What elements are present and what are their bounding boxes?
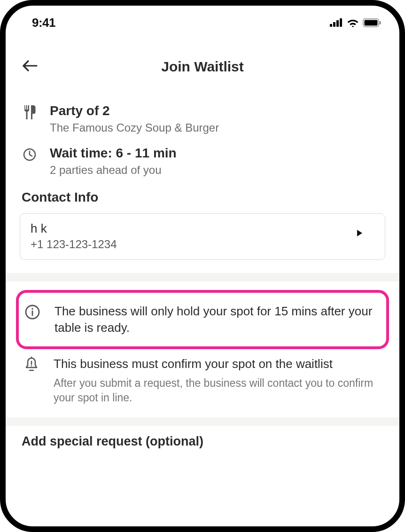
party-size: Party of 2 bbox=[50, 103, 219, 118]
hold-spot-notice: The business will only hold your spot fo… bbox=[16, 290, 389, 349]
page-title: Join Waitlist bbox=[161, 59, 244, 75]
wait-time-info: Wait time: 6 - 11 min 2 parties ahead of… bbox=[20, 146, 385, 177]
special-request-section: Add special request (optional) bbox=[6, 426, 399, 449]
page-header: Join Waitlist bbox=[6, 34, 399, 85]
notice-section: The business will only hold your spot fo… bbox=[6, 282, 399, 426]
svg-rect-2 bbox=[336, 20, 339, 27]
cellular-icon bbox=[330, 18, 343, 27]
back-button[interactable] bbox=[20, 56, 40, 77]
svg-rect-1 bbox=[333, 22, 335, 27]
content-section: Party of 2 The Famous Cozy Soup & Burger… bbox=[6, 85, 399, 282]
utensils-icon bbox=[22, 104, 38, 120]
special-request-header: Add special request (optional) bbox=[20, 434, 385, 449]
clock-icon bbox=[22, 147, 38, 163]
contact-section-header: Contact Info bbox=[20, 190, 385, 205]
svg-rect-6 bbox=[380, 21, 381, 24]
confirm-notice-subtitle: After you submit a request, the business… bbox=[54, 376, 382, 405]
svg-rect-0 bbox=[330, 24, 332, 27]
svg-rect-3 bbox=[340, 18, 342, 27]
confirm-notice: This business must confirm your spot on … bbox=[20, 356, 385, 405]
info-icon bbox=[23, 303, 41, 321]
bell-alert-icon bbox=[23, 356, 40, 374]
svg-rect-5 bbox=[365, 20, 378, 25]
wifi-icon bbox=[347, 18, 359, 27]
contact-name: h k bbox=[31, 221, 117, 236]
arrow-left-icon bbox=[22, 59, 38, 75]
chevron-right-icon bbox=[357, 230, 362, 236]
svg-point-11 bbox=[31, 308, 33, 310]
wait-time: Wait time: 6 - 11 min bbox=[50, 146, 177, 161]
contact-card[interactable]: h k +1 123-123-1234 bbox=[20, 213, 385, 260]
section-divider bbox=[6, 273, 399, 282]
party-info: Party of 2 The Famous Cozy Soup & Burger bbox=[20, 103, 385, 134]
status-time: 9:41 bbox=[32, 16, 55, 30]
section-divider bbox=[6, 417, 399, 426]
status-bar: 9:41 bbox=[6, 6, 399, 34]
hold-spot-text: The business will only hold your spot fo… bbox=[55, 303, 379, 336]
contact-phone: +1 123-123-1234 bbox=[31, 238, 117, 251]
battery-icon bbox=[363, 18, 382, 27]
queue-position: 2 parties ahead of you bbox=[50, 164, 177, 177]
device-frame: 9:41 Join Waitlist Party of bbox=[0, 0, 405, 532]
confirm-notice-title: This business must confirm your spot on … bbox=[54, 356, 382, 372]
restaurant-name: The Famous Cozy Soup & Burger bbox=[50, 121, 219, 134]
svg-point-15 bbox=[31, 365, 32, 367]
status-icons bbox=[330, 18, 382, 27]
